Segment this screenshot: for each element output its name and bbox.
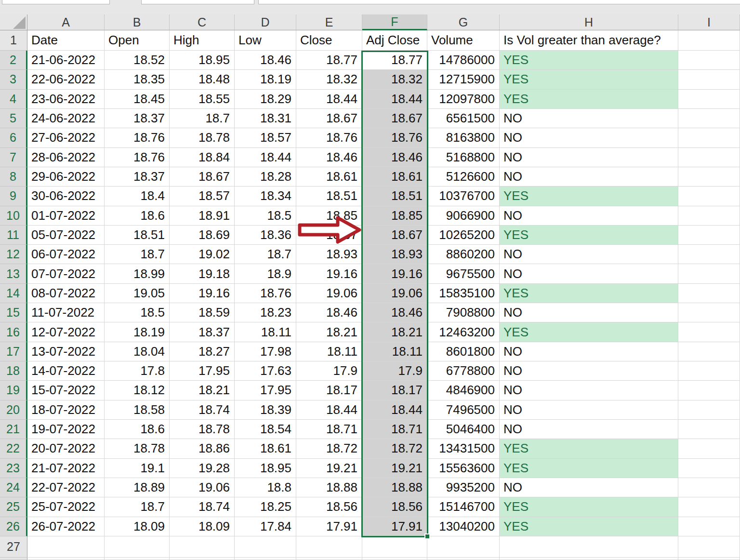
cell-C7[interactable]: 18.84 <box>170 148 235 167</box>
cell-I17[interactable] <box>678 342 740 361</box>
cell-C11[interactable]: 18.69 <box>170 226 235 245</box>
cell-D26[interactable]: 17.84 <box>235 517 296 536</box>
column-header-A[interactable]: A <box>27 14 105 30</box>
row-header-28[interactable] <box>0 558 27 560</box>
cell-H8[interactable]: NO <box>500 167 678 187</box>
cell-E28[interactable] <box>296 558 362 560</box>
cell-H23[interactable]: YES <box>500 459 678 478</box>
cell-I5[interactable] <box>678 109 740 128</box>
cell-H17[interactable]: NO <box>500 342 678 361</box>
cell-H2[interactable]: YES <box>500 51 678 70</box>
cell-C13[interactable]: 19.18 <box>170 264 235 283</box>
cell-H14[interactable]: YES <box>500 284 678 303</box>
cell-F22[interactable]: 18.72 <box>362 439 427 458</box>
cell-A9[interactable]: 30-06-2022 <box>27 187 105 206</box>
cell-B2[interactable]: 18.52 <box>105 51 170 70</box>
cell-B24[interactable]: 18.89 <box>105 478 170 497</box>
cell-E15[interactable]: 18.46 <box>296 303 362 322</box>
row-header-13[interactable]: 13 <box>0 264 27 283</box>
cell-B12[interactable]: 18.7 <box>105 245 170 264</box>
row-header-23[interactable]: 23 <box>0 459 27 478</box>
cell-I26[interactable] <box>678 517 740 536</box>
cell-F25[interactable]: 18.56 <box>362 497 427 517</box>
row-header-2[interactable]: 2 <box>0 51 27 70</box>
cell-G27[interactable] <box>427 536 500 558</box>
cell-G6[interactable]: 8163800 <box>427 128 500 147</box>
cell-H22[interactable]: YES <box>500 439 678 458</box>
cell-H21[interactable]: NO <box>500 420 678 439</box>
cell-D14[interactable]: 18.76 <box>235 284 296 303</box>
cell-I11[interactable] <box>678 226 740 245</box>
cell-A2[interactable]: 21-06-2022 <box>27 51 105 70</box>
cell-H19[interactable]: NO <box>500 381 678 400</box>
fx-button-box[interactable] <box>141 0 254 4</box>
row-header-20[interactable]: 20 <box>0 400 27 420</box>
cell-E12[interactable]: 18.93 <box>296 245 362 264</box>
cell-F12[interactable]: 18.93 <box>362 245 427 264</box>
cell-B18[interactable]: 17.8 <box>105 361 170 381</box>
cell-C15[interactable]: 18.59 <box>170 303 235 322</box>
cell-E5[interactable]: 18.67 <box>296 109 362 128</box>
column-header-B[interactable]: B <box>105 14 170 30</box>
cell-G18[interactable]: 6778800 <box>427 361 500 381</box>
cell-H24[interactable]: NO <box>500 478 678 497</box>
cell-B1[interactable]: Open <box>105 30 170 51</box>
cell-D15[interactable]: 18.23 <box>235 303 296 322</box>
cell-B22[interactable]: 18.78 <box>105 439 170 458</box>
cell-D23[interactable]: 18.95 <box>235 459 296 478</box>
cell-B4[interactable]: 18.45 <box>105 90 170 109</box>
cell-I6[interactable] <box>678 128 740 147</box>
cell-E2[interactable]: 18.77 <box>296 51 362 70</box>
cell-H11[interactable]: YES <box>500 226 678 245</box>
cell-A26[interactable]: 26-07-2022 <box>27 517 105 536</box>
cell-F9[interactable]: 18.51 <box>362 187 427 206</box>
cell-I21[interactable] <box>678 420 740 439</box>
row-header-6[interactable]: 6 <box>0 128 27 147</box>
cell-D10[interactable]: 18.5 <box>235 206 296 226</box>
cell-H27[interactable] <box>500 536 678 558</box>
cell-E7[interactable]: 18.46 <box>296 148 362 167</box>
column-header-C[interactable]: C <box>170 14 235 30</box>
cell-A27[interactable] <box>27 536 105 558</box>
cell-D19[interactable]: 17.95 <box>235 381 296 400</box>
name-box[interactable] <box>2 0 110 4</box>
cell-F24[interactable]: 18.88 <box>362 478 427 497</box>
cell-I15[interactable] <box>678 303 740 322</box>
cell-E25[interactable]: 18.56 <box>296 497 362 517</box>
cell-I20[interactable] <box>678 400 740 420</box>
cell-C2[interactable]: 18.95 <box>170 51 235 70</box>
cell-E16[interactable]: 18.21 <box>296 322 362 342</box>
cell-G1[interactable]: Volume <box>427 30 500 51</box>
cell-F27[interactable] <box>362 536 427 558</box>
cell-D12[interactable]: 18.7 <box>235 245 296 264</box>
cell-D2[interactable]: 18.46 <box>235 51 296 70</box>
row-header-11[interactable]: 11 <box>0 226 27 245</box>
cell-A7[interactable]: 28-06-2022 <box>27 148 105 167</box>
cell-H6[interactable]: NO <box>500 128 678 147</box>
cell-D28[interactable] <box>235 558 296 560</box>
cell-C16[interactable]: 18.37 <box>170 322 235 342</box>
cell-H26[interactable]: YES <box>500 517 678 536</box>
cell-A20[interactable]: 18-07-2022 <box>27 400 105 420</box>
column-header-I[interactable]: I <box>678 14 740 30</box>
cell-C17[interactable]: 18.27 <box>170 342 235 361</box>
row-header-26[interactable]: 26 <box>0 517 27 536</box>
cell-I3[interactable] <box>678 70 740 89</box>
row-header-21[interactable]: 21 <box>0 420 27 439</box>
cell-H7[interactable]: NO <box>500 148 678 167</box>
cell-D3[interactable]: 18.19 <box>235 70 296 89</box>
cell-G28[interactable] <box>427 558 500 560</box>
cell-B21[interactable]: 18.6 <box>105 420 170 439</box>
cell-D7[interactable]: 18.44 <box>235 148 296 167</box>
cell-B17[interactable]: 18.04 <box>105 342 170 361</box>
cell-A13[interactable]: 07-07-2022 <box>27 264 105 283</box>
row-header-10[interactable]: 10 <box>0 206 27 226</box>
cell-G3[interactable]: 12715900 <box>427 70 500 89</box>
cell-B15[interactable]: 18.5 <box>105 303 170 322</box>
cell-A18[interactable]: 14-07-2022 <box>27 361 105 381</box>
cell-B27[interactable] <box>105 536 170 558</box>
cell-E24[interactable]: 18.88 <box>296 478 362 497</box>
cell-I9[interactable] <box>678 187 740 206</box>
cell-F4[interactable]: 18.44 <box>362 90 427 109</box>
formula-bar[interactable] <box>258 0 740 4</box>
